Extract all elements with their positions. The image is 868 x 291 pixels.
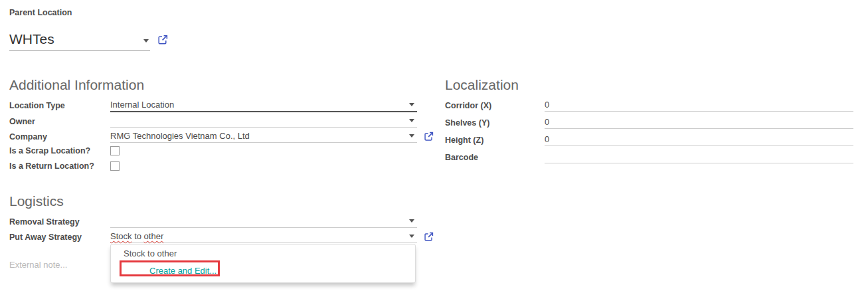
barcode-input[interactable] <box>545 151 853 163</box>
external-link-icon[interactable] <box>424 232 434 242</box>
section-title: Logistics <box>9 193 417 209</box>
field-row-location-type: Location Type Internal Location <box>9 99 417 112</box>
barcode-label: Barcode <box>445 151 545 162</box>
height-input[interactable]: 0 <box>545 134 853 146</box>
field-row-removal-strategy: Removal Strategy <box>9 215 417 228</box>
field-row-owner: Owner <box>9 115 417 128</box>
section-additional-information: Additional Information Location Type Int… <box>9 77 417 176</box>
location-type-value: Internal Location <box>110 100 174 110</box>
field-row-company: Company RMG Technologies Vietnam Co., Lt… <box>9 130 417 143</box>
putaway-strategy-input[interactable]: Stock to other <box>110 231 417 243</box>
putaway-strategy-label: Put Away Strategy <box>9 231 110 242</box>
create-and-edit-label: Create and Edit... <box>149 266 217 276</box>
chevron-down-icon[interactable] <box>409 119 414 122</box>
corridor-input[interactable]: 0 <box>545 99 853 112</box>
scrap-location-label: Is a Scrap Location? <box>9 146 110 155</box>
location-type-label: Location Type <box>9 99 110 110</box>
removal-strategy-select[interactable] <box>110 215 417 228</box>
parent-location-field[interactable]: WHTes <box>9 29 150 50</box>
chevron-down-icon[interactable] <box>143 39 149 43</box>
section-logistics: Logistics Removal Strategy Put Away Stra… <box>9 193 417 246</box>
return-location-checkbox[interactable] <box>110 161 120 171</box>
shelves-input[interactable]: 0 <box>545 116 853 129</box>
parent-location-label: Parent Location <box>9 8 72 17</box>
parent-location-value: WHTes <box>9 31 54 47</box>
chevron-down-icon[interactable] <box>409 134 414 138</box>
field-row-shelves: Shelves (Y) 0 <box>445 116 853 129</box>
putaway-value-word: Stock <box>110 231 132 241</box>
return-location-label: Is a Return Location? <box>9 161 110 171</box>
shelves-label: Shelves (Y) <box>445 116 545 128</box>
removal-strategy-label: Removal Strategy <box>9 215 110 227</box>
external-note-input[interactable]: External note... <box>9 260 67 270</box>
external-link-icon[interactable] <box>157 35 168 45</box>
putaway-value-word: to <box>132 231 144 241</box>
height-label: Height (Z) <box>445 134 545 145</box>
scrap-location-checkbox[interactable] <box>110 146 120 155</box>
height-value: 0 <box>545 134 549 144</box>
section-localization: Localization Corridor (X) 0 Shelves (Y) … <box>445 77 853 168</box>
section-title: Localization <box>445 77 853 93</box>
putaway-strategy-dropdown: Stock to other Create and Edit... <box>110 244 416 283</box>
chevron-down-icon[interactable] <box>409 219 414 223</box>
corridor-label: Corridor (X) <box>445 99 545 110</box>
owner-label: Owner <box>9 115 110 126</box>
company-select[interactable]: RMG Technologies Vietnam Co., Ltd <box>110 130 417 143</box>
dropdown-item-create-and-edit[interactable]: Create and Edit... <box>111 261 415 280</box>
field-row-scrap-location: Is a Scrap Location? <box>9 146 417 156</box>
chevron-down-icon[interactable] <box>409 103 414 106</box>
company-value: RMG Technologies Vietnam Co., Ltd <box>110 131 250 141</box>
owner-select[interactable] <box>110 115 417 128</box>
field-row-return-location: Is a Return Location? <box>9 161 417 171</box>
chevron-down-icon[interactable] <box>409 235 414 238</box>
section-title: Additional Information <box>9 77 417 93</box>
field-row-height: Height (Z) 0 <box>445 134 853 146</box>
field-row-putaway-strategy: Put Away Strategy Stock to other <box>9 231 417 243</box>
shelves-value: 0 <box>545 117 549 127</box>
company-label: Company <box>9 130 110 142</box>
external-link-icon[interactable] <box>424 132 434 142</box>
corridor-value: 0 <box>545 100 549 110</box>
dropdown-item-stock-to-other[interactable]: Stock to other <box>111 244 415 261</box>
location-type-select[interactable]: Internal Location <box>110 99 417 112</box>
putaway-value-word: other <box>144 231 164 241</box>
field-row-corridor: Corridor (X) 0 <box>445 99 853 112</box>
field-row-barcode: Barcode <box>445 151 853 163</box>
